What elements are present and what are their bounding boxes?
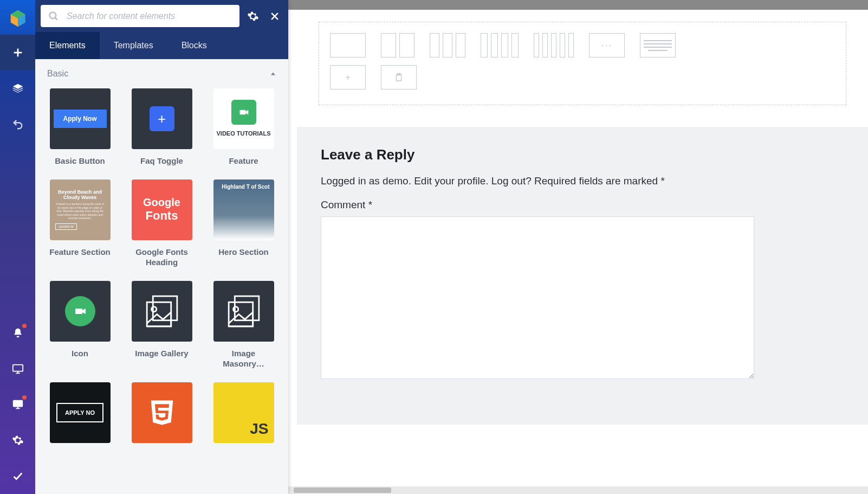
- element-thumb: APPLY NO: [50, 382, 111, 443]
- reply-status: Logged in as demo. Edit your profile. Lo…: [321, 175, 844, 187]
- section-header[interactable]: Basic: [47, 69, 276, 79]
- layout-4col[interactable]: [481, 33, 519, 57]
- element-thumb: Highland T of Scot: [213, 179, 274, 240]
- layout-text[interactable]: [640, 33, 676, 57]
- add-element-button[interactable]: [0, 35, 35, 70]
- save-button[interactable]: [0, 458, 35, 494]
- tab-elements[interactable]: Elements: [35, 32, 100, 59]
- app-logo: [7, 8, 29, 29]
- element-label: Image Gallery: [135, 348, 188, 359]
- element-thumb: [213, 281, 274, 342]
- reply-heading: Leave a Reply: [321, 146, 844, 163]
- settings-button[interactable]: [0, 422, 35, 458]
- thumb-text: Google: [143, 196, 180, 209]
- svg-rect-27: [229, 302, 253, 326]
- layers-button[interactable]: [0, 70, 35, 106]
- layout-add[interactable]: +: [330, 65, 366, 89]
- search-input[interactable]: [59, 11, 232, 21]
- element-thumb: [50, 281, 111, 342]
- element-label: Basic Button: [55, 156, 105, 166]
- html5-icon: [147, 398, 177, 427]
- thumb-text: Highland T of Scot: [222, 184, 269, 190]
- layout-5col[interactable]: [534, 33, 574, 57]
- svg-marker-22: [82, 309, 86, 314]
- element-label: Feature Section: [49, 247, 111, 258]
- element-js[interactable]: JS: [211, 382, 276, 443]
- element-thumb: Google Fonts: [132, 179, 192, 240]
- element-thumb: +: [132, 88, 192, 149]
- element-label: Faq Toggle: [140, 156, 183, 166]
- svg-rect-24: [147, 302, 171, 326]
- svg-line-15: [55, 17, 57, 20]
- element-thumb: [132, 281, 192, 342]
- logout-link[interactable]: Log out?: [491, 175, 532, 187]
- element-thumb: JS: [213, 382, 274, 443]
- gear-icon: [247, 10, 259, 22]
- undo-button[interactable]: [0, 106, 35, 142]
- plus-icon: +: [150, 106, 174, 131]
- panel-tabs: Elements Templates Blocks: [35, 32, 288, 59]
- thumb-text: Fonts: [146, 209, 178, 223]
- thumb-button: LEARN M: [55, 223, 77, 230]
- layout-paste[interactable]: [381, 65, 417, 89]
- gallery-icon: [141, 290, 183, 332]
- tab-blocks[interactable]: Blocks: [167, 32, 221, 59]
- comment-label: Comment *: [321, 199, 844, 211]
- elements-panel: Elements Templates Blocks Basic Apply No…: [35, 0, 288, 494]
- notification-dot: [22, 324, 27, 328]
- element-thumb: Apply Now: [50, 88, 111, 149]
- element-image-gallery[interactable]: Image Gallery: [129, 281, 195, 369]
- panel-header: [35, 0, 288, 32]
- layout-custom[interactable]: ···: [589, 33, 625, 57]
- user-link[interactable]: demo: [383, 175, 409, 187]
- svg-rect-8: [12, 365, 22, 371]
- video-icon: [231, 100, 256, 125]
- thumb-text: VIDEO TUTORIALS: [216, 130, 270, 137]
- svg-rect-11: [13, 401, 22, 407]
- layout-3col[interactable]: [430, 33, 465, 57]
- close-panel-button[interactable]: [267, 8, 283, 24]
- chevron-up-icon: [270, 70, 276, 77]
- svg-rect-19: [239, 110, 245, 114]
- tab-templates[interactable]: Templates: [100, 32, 167, 59]
- desktop-preview-button[interactable]: [0, 351, 35, 387]
- element-basic-button[interactable]: Apply Now Basic Button: [47, 88, 113, 166]
- element-icon[interactable]: Icon: [47, 281, 113, 369]
- presentation-dot: [22, 395, 27, 400]
- element-label: Google Fonts Heading: [129, 247, 195, 268]
- notifications-button[interactable]: [0, 315, 35, 351]
- element-feature-section[interactable]: Beyond Beach and Cloudy Waves A beach is…: [47, 179, 113, 268]
- masonry-icon: [223, 290, 265, 332]
- icon-circle: [65, 296, 95, 326]
- layout-2col[interactable]: [381, 33, 414, 57]
- element-image-masonry[interactable]: Image Masonry…: [211, 281, 276, 369]
- canvas-scroll[interactable]: ··· + Leave a Reply Logged in as demo. E…: [288, 10, 868, 486]
- section-title: Basic: [47, 69, 68, 79]
- element-thumb: VIDEO TUTORIALS: [213, 88, 274, 149]
- left-rail: [0, 0, 35, 494]
- svg-point-14: [50, 12, 56, 18]
- element-label: Image Masonry…: [211, 348, 276, 369]
- layout-1col[interactable]: [330, 33, 366, 57]
- svg-rect-21: [75, 309, 82, 314]
- svg-marker-20: [245, 110, 248, 114]
- panel-body: Basic Apply Now Basic Button + Faq Toggl…: [35, 59, 288, 494]
- horizontal-scrollbar[interactable]: [288, 486, 868, 494]
- element-hero-section[interactable]: Highland T of Scot Hero Section: [211, 179, 276, 268]
- svg-point-25: [151, 306, 156, 311]
- svg-point-28: [233, 306, 238, 311]
- presentation-button[interactable]: [0, 387, 35, 422]
- panel-settings-button[interactable]: [245, 8, 261, 24]
- thumb-apply-label: Apply Now: [54, 110, 107, 128]
- search-wrap: [41, 5, 239, 27]
- edit-profile-link[interactable]: Edit your profile: [414, 175, 485, 187]
- element-outline-button[interactable]: APPLY NO: [47, 382, 113, 443]
- element-google-fonts[interactable]: Google Fonts Google Fonts Heading: [129, 179, 195, 268]
- row-layout-picker: ··· +: [319, 22, 846, 105]
- comment-textarea[interactable]: [321, 216, 754, 379]
- close-icon: [269, 11, 280, 22]
- element-feature[interactable]: VIDEO TUTORIALS Feature: [211, 88, 276, 166]
- element-html5[interactable]: [129, 382, 195, 443]
- elements-grid: Apply Now Basic Button + Faq Toggle VIDE…: [47, 88, 276, 443]
- element-faq-toggle[interactable]: + Faq Toggle: [129, 88, 195, 166]
